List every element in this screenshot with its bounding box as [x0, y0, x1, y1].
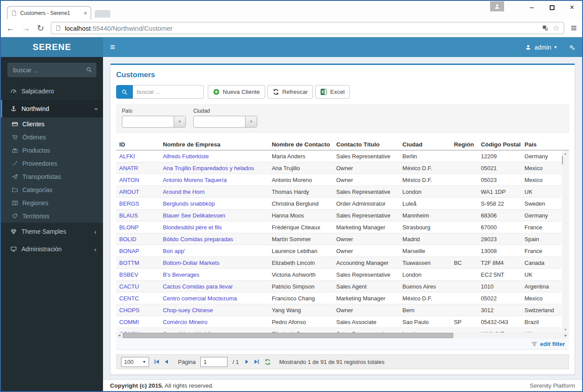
- company-name-link[interactable]: Ana Trujillo Emparedados y helados: [160, 165, 268, 171]
- company-name-link[interactable]: Antonio Moreno Taquería: [160, 177, 268, 183]
- customer-id-link[interactable]: BERGS: [116, 200, 160, 207]
- sidebar-item-categorias[interactable]: Categorías: [1, 183, 103, 196]
- vertical-scrollbar[interactable]: ▲ ▼: [562, 150, 569, 332]
- address-bar[interactable]: localhost:55440/Northwind/Customer A ☆: [51, 22, 564, 34]
- tab-close-icon[interactable]: ×: [84, 10, 87, 17]
- grid-search-button[interactable]: [116, 85, 133, 99]
- ciudad-select[interactable]: ▼: [193, 116, 257, 128]
- company-name-link[interactable]: Chop-suey Chinese: [160, 307, 268, 314]
- customer-id-link[interactable]: ANTON: [116, 177, 160, 183]
- customer-id-link[interactable]: AROUT: [116, 189, 160, 195]
- grid-body: ALFKIAlfreds FutterkisteMaria AndersSale…: [116, 150, 562, 332]
- page-number-input[interactable]: [200, 357, 228, 367]
- horizontal-scroll-thumb[interactable]: [123, 333, 453, 338]
- bookmark-star-icon[interactable]: ☆: [553, 23, 560, 33]
- minimize-button[interactable]: –: [522, 1, 542, 14]
- customer-id-link[interactable]: CENTC: [116, 295, 160, 302]
- page-size-select[interactable]: 100 ▼: [121, 357, 149, 367]
- profile-button[interactable]: [490, 1, 504, 11]
- sidebar-item-proveedores[interactable]: Proveedores: [1, 157, 103, 170]
- customer-id-link[interactable]: BOTTM: [116, 260, 160, 266]
- column-header-pais[interactable]: País: [522, 141, 562, 148]
- vertical-scroll-thumb[interactable]: [562, 156, 563, 164]
- reload-button[interactable]: ↻: [37, 24, 44, 32]
- refrescar-button[interactable]: Refrescar: [267, 85, 313, 99]
- user-menu[interactable]: admin ▾: [525, 44, 557, 51]
- column-header-ciudad[interactable]: Ciudad: [399, 141, 451, 148]
- company-name-link[interactable]: Bottom-Dollar Markets: [160, 260, 268, 266]
- company-name-link[interactable]: Bon app': [160, 248, 268, 254]
- grid-cell: Mexico: [522, 177, 562, 183]
- browser-menu-button[interactable]: ≡: [571, 23, 577, 33]
- company-name-link[interactable]: Blondesddsl père et fils: [160, 224, 268, 231]
- company-name-link[interactable]: Blauer See Delikatessen: [160, 212, 268, 219]
- sidebar-item-productos[interactable]: Productos: [1, 144, 103, 157]
- grid-cell: Patricio Simpson: [269, 283, 333, 290]
- customer-id-link[interactable]: BSBEV: [116, 271, 160, 278]
- sidebar-item-clientes[interactable]: Clientes: [1, 118, 103, 131]
- sidebar-item-transportistas[interactable]: Transportistas: [1, 170, 103, 183]
- nueva-cliente-button[interactable]: Nueva Cliente: [208, 85, 265, 99]
- sidebar-item-theme-samples[interactable]: Theme Samples‹: [1, 223, 103, 240]
- edit-filter-link[interactable]: edit filter: [540, 341, 565, 347]
- column-header-nombre-de-empresa[interactable]: Nombre de Empresa: [160, 141, 268, 148]
- sidebar-item-administracion[interactable]: Administración‹: [1, 240, 103, 258]
- customer-id-link[interactable]: BOLID: [116, 236, 160, 242]
- company-name-link[interactable]: Around the Horn: [160, 189, 268, 195]
- customer-id-link[interactable]: COMMI: [116, 319, 160, 325]
- prev-page-button[interactable]: [164, 359, 170, 365]
- customer-id-link[interactable]: ANATR: [116, 165, 160, 171]
- customer-id-link[interactable]: CACTU: [116, 283, 160, 290]
- close-button[interactable]: ×: [562, 1, 582, 14]
- company-name-link[interactable]: B's Beverages: [160, 271, 268, 278]
- column-header-nombre-de-contacto[interactable]: Nombre de Contacto: [269, 141, 333, 148]
- next-page-button[interactable]: [244, 359, 250, 365]
- pager-nav-right: [244, 359, 260, 365]
- sidebar-search-input[interactable]: [7, 63, 96, 77]
- credit-card-icon: [12, 121, 18, 127]
- last-page-button[interactable]: [253, 359, 260, 365]
- company-name-link[interactable]: Berglunds snabbköp: [160, 200, 268, 207]
- scroll-down-icon[interactable]: ▼: [562, 326, 569, 332]
- customer-id-link[interactable]: ALFKI: [116, 153, 160, 160]
- sidebar-item-ordenes[interactable]: Órdenes: [1, 131, 103, 144]
- sidebar-item-territorios[interactable]: Territorios: [1, 210, 103, 223]
- company-name-link[interactable]: Centro comercial Moctezuma: [160, 295, 268, 302]
- first-page-button[interactable]: [154, 359, 160, 365]
- translate-icon[interactable]: A: [542, 25, 548, 31]
- customer-id-link[interactable]: CHOPS: [116, 307, 160, 314]
- new-tab-button[interactable]: [95, 10, 110, 18]
- grid-search-input[interactable]: [133, 85, 204, 99]
- gift-icon: [12, 147, 18, 153]
- back-button[interactable]: ←: [6, 24, 15, 32]
- customer-id-link[interactable]: BLONP: [116, 224, 160, 231]
- sidebar-item-salpicadero[interactable]: Salpicadero: [1, 82, 103, 100]
- scroll-up-icon[interactable]: ▲: [562, 150, 569, 157]
- company-name-link[interactable]: Cactus Comidas para llevar: [160, 283, 268, 290]
- company-name-link[interactable]: Comércio Mineiro: [160, 319, 268, 325]
- company-name-link[interactable]: Bólido Comidas preparadas: [160, 236, 268, 242]
- excel-button[interactable]: X Excel: [315, 85, 350, 99]
- horizontal-scrollbar[interactable]: ◀ ▶: [116, 332, 569, 339]
- forward-button[interactable]: →: [21, 24, 30, 32]
- sidebar-toggle-icon[interactable]: ≡: [110, 42, 115, 52]
- pais-select[interactable]: ▼: [122, 116, 186, 128]
- column-header-codigo-postal[interactable]: Código Postal: [478, 141, 521, 148]
- pager-refresh-button[interactable]: [264, 359, 271, 365]
- customer-id-link[interactable]: BLAUS: [116, 212, 160, 219]
- sidebar-item-regiones[interactable]: Regiones: [1, 196, 103, 210]
- brand-logo[interactable]: SERENE: [1, 37, 103, 57]
- sidebar-item-northwind[interactable]: Northwind‹: [1, 100, 103, 118]
- column-header-region[interactable]: Región: [451, 141, 478, 148]
- customer-id-link[interactable]: BONAP: [116, 248, 160, 254]
- settings-cogs-icon[interactable]: [569, 44, 575, 50]
- sidebar-item-label: Regiones: [22, 200, 96, 207]
- customers-panel: Customers Nueva Cliente Refrescar X Exce…: [110, 64, 575, 375]
- scroll-left-icon[interactable]: ◀: [116, 334, 122, 337]
- maximize-button[interactable]: [542, 1, 562, 14]
- scroll-right-icon[interactable]: ▶: [563, 334, 569, 337]
- column-header-contacto-titulo[interactable]: Contacto Título: [333, 141, 399, 148]
- company-name-link[interactable]: Alfreds Futterkiste: [160, 153, 268, 160]
- browser-tab[interactable]: Customers - Serene1 ×: [7, 6, 91, 19]
- column-header-id[interactable]: ID: [116, 141, 160, 148]
